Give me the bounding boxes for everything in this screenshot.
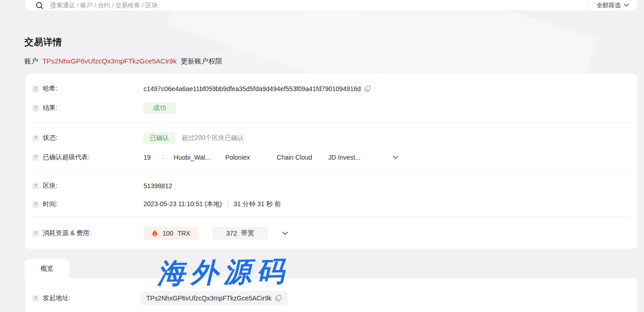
time-relative: 31 分钟 31 秒 前 [234,200,281,208]
time-value: 2023-05-23 11:10:51 (本地) [144,200,222,208]
resource-row: ? 消耗资源 & 费用: 100 TRX 372 带宽 [32,227,631,240]
time-separator: | [227,201,229,208]
search-bar: 全部筛选 [25,0,637,11]
owner-address-chip[interactable]: TPs2NhxGP6vUfzcQx3mpFTkzGce5ACir9k [140,291,288,305]
trx-fee-badge: 100 TRX [144,227,199,240]
hash-value: c1497c06e4a6ae11bf059bb9dfea35d5fda9d494… [144,85,361,92]
divider [32,171,631,172]
trx-unit: TRX [178,230,190,237]
sr-name[interactable]: Poloniex [225,154,270,161]
help-icon[interactable]: ? [32,86,39,92]
owner-address-row: ? 发起地址: TPs2NhxGP6vUfzcQx3mpFTkzGce5ACir… [32,291,631,305]
sr-count: 19 [144,154,151,161]
copy-icon[interactable] [364,86,371,92]
owner-address-value[interactable]: TPs2NhxGP6vUfzcQx3mpFTkzGce5ACir9k [146,295,271,302]
block-label: 区块: [43,182,144,190]
overview-card: ? 发起地址: TPs2NhxGP6vUfzcQx3mpFTkzGce5ACir… [25,278,637,312]
time-label: 时间: [43,200,144,208]
block-row: ? 区块: 51398812 [32,181,631,191]
search-icon[interactable] [35,1,44,10]
sr-row: ? 已确认超级代表: 19 Huobi_Wal... Poloniex Chai… [32,153,631,162]
transaction-detail-card: ? 哈希: c1497c06e4a6ae11bf059bb9dfea35d5fd… [25,74,637,249]
help-icon[interactable]: ? [32,105,39,112]
divider [32,216,631,217]
sr-name[interactable]: Chain Cloud [277,154,321,161]
help-icon[interactable]: ? [32,201,39,208]
search-input[interactable] [50,0,588,11]
help-icon[interactable]: ? [32,154,39,161]
chevron-down-icon[interactable] [624,4,629,7]
sr-label: 已确认超级代表: [43,153,144,162]
block-value[interactable]: 51398812 [144,182,172,190]
bandwidth-badge: 372 带宽 [213,227,268,240]
subtitle-prefix: 账户 [24,57,38,65]
divider [32,123,631,123]
tab-overview[interactable]: 概览 [24,259,69,278]
status-note: 超过200个区块已确认 [182,134,244,142]
status-label: 状态: [43,134,144,142]
help-icon[interactable]: ? [32,295,39,302]
result-badge: 成功 [144,102,176,114]
subtitle-suffix: 更新账户权限 [181,57,222,65]
filter-divider [588,2,588,9]
page-title: 交易详情 [24,36,62,48]
time-row: ? 时间: 2023-05-23 11:10:51 (本地) | 31 分钟 3… [32,200,631,209]
tab-overview-label: 概览 [40,265,53,273]
trx-amount: 100 [162,230,173,237]
result-label: 结果: [43,104,144,112]
flame-icon [152,230,158,237]
sr-name[interactable]: Huobi_Wal... [174,154,218,161]
sr-name[interactable]: JD Invest... [328,154,373,161]
help-icon[interactable]: ? [32,230,39,237]
filter-dropdown[interactable]: 全部筛选 [597,1,621,10]
status-badge: 已确认 [144,132,175,144]
copy-icon[interactable] [275,295,282,301]
hash-label: 哈希: [43,85,144,93]
account-link[interactable]: TPs2NhxGP6vUfzcQx3mpFTkzGce5ACir9k [42,57,177,65]
page-subtitle: 账户 TPs2NhxGP6vUfzcQx3mpFTkzGce5ACir9k 更新… [24,57,222,66]
resource-label: 消耗资源 & 费用: [43,229,144,237]
hash-row: ? 哈希: c1497c06e4a6ae11bf059bb9dfea35d5fd… [32,84,631,93]
chevron-down-icon[interactable] [282,231,288,235]
result-row: ? 结果: 成功 [32,102,631,114]
chevron-down-icon[interactable] [393,156,398,159]
elbow-icon [163,155,167,159]
bandwidth-amount: 372 [226,230,237,237]
owner-address-label: 发起地址: [43,294,144,302]
help-icon[interactable]: ? [32,135,39,142]
help-icon[interactable]: ? [32,183,39,190]
bandwidth-unit: 带宽 [241,229,254,237]
status-row: ? 状态: 已确认 超过200个区块已确认 [32,132,631,144]
